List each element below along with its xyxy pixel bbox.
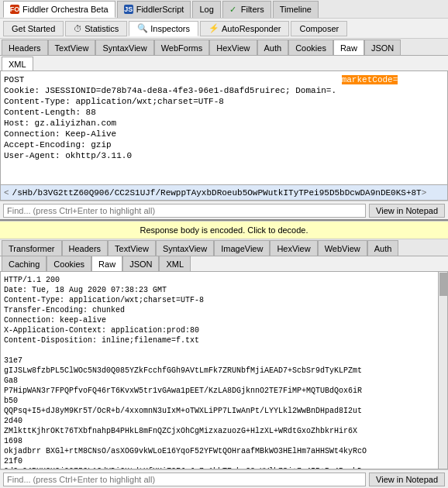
js-icon: JS bbox=[124, 5, 133, 14]
find-input-response[interactable] bbox=[3, 473, 366, 486]
inspectors-label: Inspectors bbox=[150, 24, 190, 33]
main-content: Headers TextView SyntaxView WebForms Hex… bbox=[0, 39, 448, 488]
tab-fiddler-label: Fiddler Orchestra Beta bbox=[22, 5, 109, 14]
url-text: /sHb/b3VG2ttZ60Q906/CC2S1UJf/RewppTAyxbD… bbox=[12, 188, 422, 198]
tab-resp-syntaxview[interactable]: SyntaxView bbox=[156, 240, 214, 256]
tab-timeline[interactable]: Timeline bbox=[273, 1, 319, 18]
fo-icon: FO bbox=[10, 5, 19, 14]
tab-json[interactable]: JSON bbox=[364, 40, 401, 55]
tab-filters-label: Filters bbox=[241, 5, 264, 14]
tab-raw[interactable]: Raw bbox=[333, 40, 364, 55]
response-content[interactable]: HTTP/1.1 200 Date: Tue, 18 Aug 2020 07:3… bbox=[1, 272, 447, 469]
tab-log-label: Log bbox=[199, 5, 213, 14]
find-bar-request: View in Notepad bbox=[0, 201, 448, 219]
tab-resp-headers[interactable]: Headers bbox=[62, 240, 109, 256]
scrollbar[interactable] bbox=[438, 272, 447, 469]
scrollbar-thumb[interactable] bbox=[439, 273, 447, 296]
title-bar: FO Fiddler Orchestra Beta JS FiddlerScri… bbox=[0, 0, 448, 19]
tab-cookies[interactable]: Cookies bbox=[288, 40, 333, 55]
url-bar: < /sHb/b3VG2ttZ60Q906/CC2S1UJf/RewppTAyx… bbox=[1, 184, 447, 200]
tab-resp-hexview[interactable]: HexView bbox=[270, 240, 317, 256]
view-notepad-button-response[interactable]: View in Notepad bbox=[369, 473, 445, 486]
tab-syntaxview[interactable]: SyntaxView bbox=[95, 40, 153, 55]
tab-resp-json[interactable]: JSON bbox=[122, 256, 159, 271]
right-arrow-icon: > bbox=[422, 188, 427, 198]
tab-resp-cookies[interactable]: Cookies bbox=[47, 256, 91, 271]
filters-check-icon: ✓ bbox=[229, 5, 236, 15]
get-started-button[interactable]: Get Started bbox=[3, 21, 64, 36]
statistics-label: Statistics bbox=[84, 24, 119, 33]
find-input-request[interactable] bbox=[3, 204, 366, 218]
find-bar-response: View in Notepad bbox=[0, 469, 448, 488]
tab-timeline-label: Timeline bbox=[280, 5, 312, 14]
clock-icon: ⏱ bbox=[74, 24, 82, 33]
decode-bar[interactable]: Response body is encoded. Click to decod… bbox=[0, 221, 448, 239]
tab-fiddlerscript-label: FiddlerScript bbox=[136, 5, 184, 14]
tab-fiddlerscript[interactable]: JS FiddlerScript bbox=[117, 1, 191, 18]
autoresponder-label: AutoResponder bbox=[222, 24, 281, 33]
view-notepad-button-request[interactable]: View in Notepad bbox=[369, 204, 445, 218]
inspect-icon: 🔍 bbox=[137, 23, 148, 33]
tab-transformer[interactable]: Transformer bbox=[2, 240, 62, 256]
autoresponder-icon: ⚡ bbox=[208, 23, 219, 33]
tab-log[interactable]: Log bbox=[192, 1, 220, 18]
tab-resp-xml[interactable]: XML bbox=[159, 256, 191, 271]
response-tab-bar-top: Transformer Headers TextView SyntaxView … bbox=[0, 239, 448, 256]
decode-text: Response body is encoded. Click to decod… bbox=[140, 225, 308, 235]
tab-webview[interactable]: WebView bbox=[318, 240, 367, 256]
request-tab-bar: Headers TextView SyntaxView WebForms Hex… bbox=[0, 39, 448, 56]
autoresponder-button[interactable]: ⚡ AutoResponder bbox=[200, 21, 289, 36]
inspectors-button[interactable]: 🔍 Inspectors bbox=[129, 21, 198, 36]
composer-button[interactable]: Composer bbox=[291, 21, 347, 36]
tab-xml[interactable]: XML bbox=[2, 57, 33, 70]
tab-caching[interactable]: Caching bbox=[2, 256, 47, 271]
tab-auth[interactable]: Auth bbox=[257, 40, 289, 55]
tab-resp-auth[interactable]: Auth bbox=[367, 240, 399, 256]
tab-headers[interactable]: Headers bbox=[2, 40, 48, 55]
statistics-button[interactable]: ⏱ Statistics bbox=[65, 21, 127, 36]
left-arrow-icon: < bbox=[4, 188, 9, 198]
composer-label: Composer bbox=[299, 24, 339, 33]
tab-resp-raw[interactable]: Raw bbox=[91, 256, 122, 271]
tab-fiddler-orchestra[interactable]: FO Fiddler Orchestra Beta bbox=[3, 1, 115, 18]
tab-webforms[interactable]: WebForms bbox=[154, 40, 210, 55]
toolbar: Get Started ⏱ Statistics 🔍 Inspectors ⚡ … bbox=[0, 19, 448, 39]
tab-hexview[interactable]: HexView bbox=[209, 40, 257, 55]
request-content[interactable]: POST marketCode= Cookie: JSESSIONID=de78… bbox=[1, 71, 447, 184]
tab-textview[interactable]: TextView bbox=[48, 40, 96, 55]
tab-resp-textview[interactable]: TextView bbox=[108, 240, 156, 256]
tab-filters[interactable]: ✓ Filters bbox=[222, 1, 271, 18]
tab-imageview[interactable]: ImageView bbox=[214, 240, 270, 256]
